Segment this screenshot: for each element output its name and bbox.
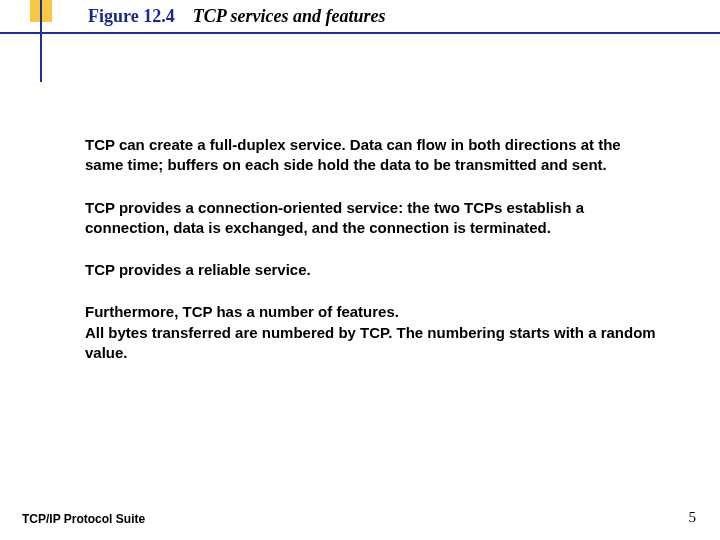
figure-label: Figure 12.4	[88, 6, 175, 26]
page-number: 5	[689, 509, 697, 526]
slide-corner-decor	[0, 0, 65, 90]
footer-source: TCP/IP Protocol Suite	[22, 512, 145, 526]
body-paragraph-2: TCP provides a connection-oriented servi…	[85, 198, 660, 239]
slide-body: TCP can create a full-duplex service. Da…	[85, 135, 660, 385]
figure-title: TCP services and features	[193, 6, 386, 26]
body-paragraph-4: Furthermore, TCP has a number of feature…	[85, 302, 660, 363]
body-paragraph-1: TCP can create a full-duplex service. Da…	[85, 135, 660, 176]
figure-heading: Figure 12.4 TCP services and features	[88, 6, 385, 27]
decor-vertical-rule	[40, 0, 42, 82]
body-paragraph-3: TCP provides a reliable service.	[85, 260, 660, 280]
decor-horizontal-rule	[0, 32, 720, 34]
